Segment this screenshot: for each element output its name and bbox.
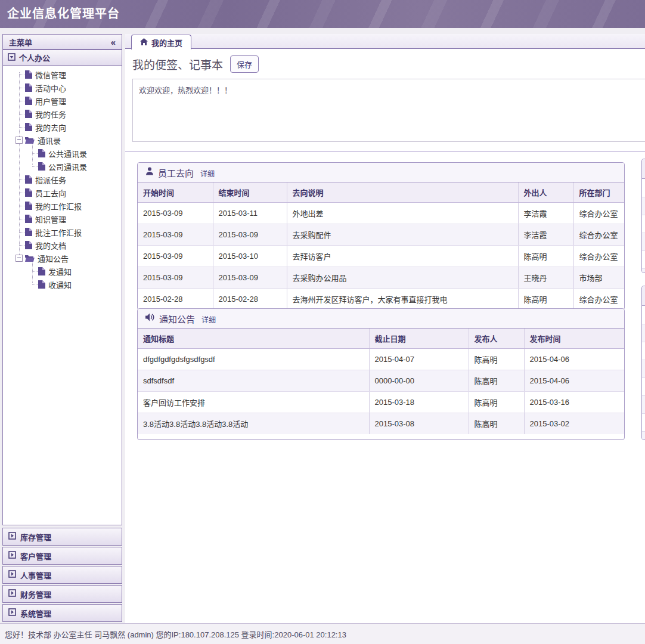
- sidebar-header: 主菜单 «: [2, 34, 122, 49]
- cell: 2015-04-06: [524, 349, 624, 370]
- cell: 外地出差: [287, 203, 518, 224]
- item-label: 我的任务: [35, 109, 66, 120]
- sidebar-item-company-contacts[interactable]: 公司通讯录: [3, 160, 122, 173]
- sidebar-item-activity[interactable]: 活动中心: [3, 81, 122, 94]
- sidebar-section-personal-office[interactable]: 个人办公: [3, 50, 122, 66]
- sidebar-tree: 微信管理 活动中心 用户管理 我的任务 我的去向 通讯录 公共通讯录 公司通讯录…: [3, 66, 122, 291]
- item-label: 我的工作汇报: [35, 200, 82, 212]
- sidebar-item-knowledge[interactable]: 知识管理: [3, 212, 122, 225]
- cell: 2015-02-28: [138, 289, 213, 310]
- sidebar-item-notices[interactable]: 通知公告: [3, 252, 122, 265]
- sidebar-section-customers[interactable]: 客户管理: [2, 547, 122, 565]
- sidebar-item-annotate-reports[interactable]: 批注工作汇报: [3, 225, 122, 239]
- box-arrow-icon: [8, 569, 16, 580]
- box-arrow-icon: [8, 608, 16, 618]
- cell: 陈高明: [469, 370, 524, 392]
- column-header: 外出人: [518, 182, 573, 203]
- sidebar-menu: 个人办公 微信管理 活动中心 用户管理 我的任务 我的去向 通讯录 公共通讯录 …: [2, 49, 122, 525]
- table-row: 客户回访工作安排2015-03-18陈高明2015-03-16: [138, 392, 624, 413]
- cell: 3.8活动3.8活动3.8活动3.8活动: [138, 413, 369, 435]
- section-label: 库存管理: [20, 531, 51, 543]
- speaker-icon: [145, 313, 155, 324]
- sidebar-section-system[interactable]: 系统管理: [2, 604, 122, 622]
- staff-whereabouts-panel: 员工去向 详细 开始时间 结束时间 去向说明 外出人 所在部门 2015-03-…: [137, 162, 625, 310]
- tab-my-homepage[interactable]: 我的主页: [131, 35, 191, 49]
- item-label: 公司通讯录: [48, 161, 87, 172]
- panel-title: 员工去向: [158, 166, 194, 179]
- item-label: 知识管理: [35, 213, 66, 225]
- collapse-minus-icon[interactable]: [15, 255, 23, 262]
- sidebar-item-my-documents[interactable]: 我的文档: [3, 239, 122, 252]
- cell: 2015-04-07: [369, 349, 469, 370]
- cell: 综合办公室: [573, 224, 624, 246]
- box-arrow-icon: [8, 52, 15, 63]
- cutoff-panel: [641, 159, 645, 273]
- item-label: 通知公告: [38, 253, 69, 264]
- column-header: 通知标题: [138, 329, 369, 349]
- sidebar-title: 主菜单: [9, 36, 111, 48]
- table-row: 2015-03-092015-03-09去采购办公用品王晓丹市场部: [138, 267, 624, 289]
- item-label: 用户管理: [35, 95, 66, 107]
- cell: 陈高明: [469, 392, 524, 413]
- cell: 综合办公室: [573, 246, 624, 267]
- cell: 陈高明: [469, 349, 524, 370]
- table-row: 3.8活动3.8活动3.8活动3.8活动2015-03-08陈高明2015-03…: [138, 413, 624, 435]
- collapse-minus-icon[interactable]: [15, 137, 23, 144]
- cell: 客户回访工作安排: [138, 392, 369, 413]
- sidebar-collapse-icon[interactable]: «: [111, 37, 116, 47]
- cell: 去采购配件: [287, 224, 518, 246]
- sidebar-item-my-whereabouts[interactable]: 我的去向: [3, 120, 122, 134]
- cell: 2015-03-18: [369, 392, 469, 413]
- sidebar-section-hr[interactable]: 人事管理: [2, 566, 122, 584]
- sidebar-item-wechat[interactable]: 微信管理: [3, 68, 122, 81]
- panel-title: 通知公告: [159, 312, 195, 325]
- cell: 2015-03-11: [213, 203, 287, 224]
- sidebar-item-staff-whereabouts[interactable]: 员工去向: [3, 186, 122, 199]
- cell: 2015-02-28: [213, 289, 287, 310]
- cell: 综合办公室: [573, 289, 624, 310]
- sidebar-item-receive-notice[interactable]: 收通知: [3, 278, 122, 291]
- box-arrow-icon: [8, 531, 16, 542]
- notes-textarea[interactable]: 欢迎欢迎，热烈欢迎！！！: [132, 79, 645, 142]
- column-header: 结束时间: [213, 182, 287, 203]
- cell: 陈高明: [518, 246, 573, 267]
- item-label: 收通知: [48, 279, 72, 290]
- cell: dfgdfgdfgdsfgsdfgsdf: [138, 349, 369, 370]
- table-row: 2015-02-282015-02-28去海州开发区拜访客户，大家有事直接打我电…: [138, 289, 624, 310]
- cell: 2015-03-16: [524, 392, 624, 413]
- cell: 李洁霞: [518, 224, 573, 246]
- save-button[interactable]: 保存: [230, 55, 259, 73]
- app-title: 企业信息化管理平台: [0, 0, 645, 28]
- cell: 2015-03-09: [213, 267, 287, 289]
- section-divider: [125, 151, 645, 151]
- item-label: 员工去向: [35, 187, 66, 199]
- item-label: 我的去向: [35, 122, 66, 133]
- item-label: 通讯录: [38, 135, 61, 146]
- notices-panel: 通知公告 详细 通知标题 截止日期 发布人 发布时间 dfgdfgdfgdsfg…: [137, 308, 625, 440]
- table-header-row: 通知标题 截止日期 发布人 发布时间: [138, 329, 624, 349]
- sidebar-item-assign-tasks[interactable]: 指派任务: [3, 173, 122, 186]
- box-arrow-icon: [8, 550, 16, 561]
- tab-label: 我的主页: [151, 37, 182, 48]
- table-row: 2015-03-092015-03-11外地出差李洁霞综合办公室: [138, 203, 624, 224]
- main-content: 我的便签、记事本 保存 欢迎欢迎，热烈欢迎！！！ 员工去向 详细 开始时间 结束…: [125, 49, 645, 623]
- column-header: 发布人: [469, 329, 524, 349]
- sidebar-item-send-notice[interactable]: 发通知: [3, 265, 122, 278]
- sidebar-item-public-contacts[interactable]: 公共通讯录: [3, 147, 122, 160]
- item-label: 发通知: [48, 266, 72, 277]
- table-row: dfgdfgdfgdsfgsdfgsdf2015-04-07陈高明2015-04…: [138, 349, 624, 370]
- sidebar-section-finance[interactable]: 财务管理: [2, 585, 122, 603]
- staff-detail-link[interactable]: 详细: [200, 168, 215, 178]
- sidebar-item-my-tasks[interactable]: 我的任务: [3, 107, 122, 120]
- cell: 陈高明: [518, 289, 573, 310]
- home-icon: [140, 37, 148, 48]
- staff-table: 开始时间 结束时间 去向说明 外出人 所在部门 2015-03-092015-0…: [138, 182, 624, 309]
- notice-detail-link[interactable]: 详细: [201, 314, 216, 324]
- notice-table: 通知标题 截止日期 发布人 发布时间 dfgdfgdfgdsfgsdfgsdf2…: [138, 329, 624, 434]
- cell: 2015-03-10: [213, 246, 287, 267]
- sidebar-section-inventory[interactable]: 库存管理: [2, 528, 122, 546]
- sidebar-item-contacts[interactable]: 通讯录: [3, 134, 122, 147]
- cell: 2015-03-08: [369, 413, 469, 435]
- sidebar-item-users[interactable]: 用户管理: [3, 94, 122, 107]
- sidebar-item-my-reports[interactable]: 我的工作汇报: [3, 199, 122, 212]
